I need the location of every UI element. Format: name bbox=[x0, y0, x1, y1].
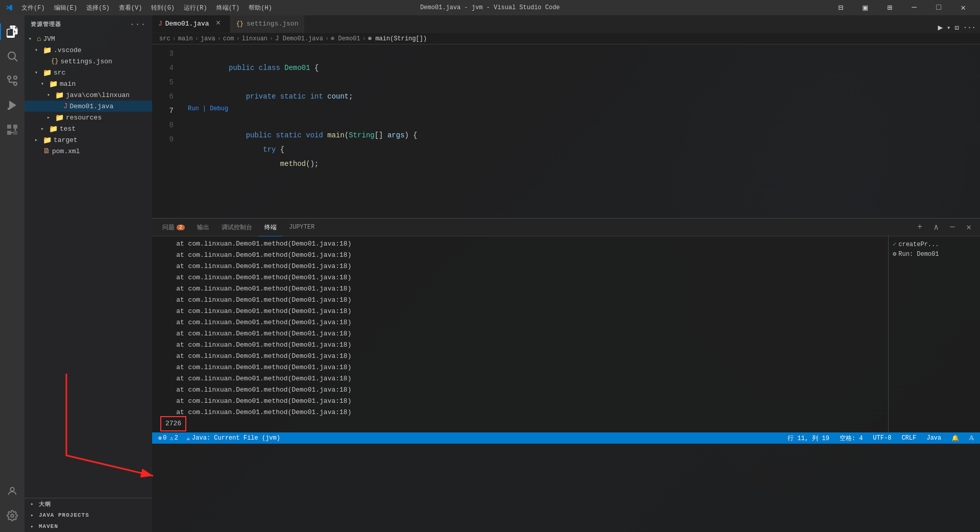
status-java-current[interactable]: ☕ Java: Current File (jvm) bbox=[184, 432, 282, 444]
svg-point-16 bbox=[11, 514, 14, 517]
code-content[interactable]: public class Demo01 { private static int… bbox=[178, 44, 980, 218]
close-button[interactable]: ✕ bbox=[951, 0, 975, 15]
panel-add-button[interactable]: + bbox=[913, 220, 927, 234]
arrow-vscode: ▾ bbox=[35, 47, 43, 53]
more-actions-button[interactable]: ··· bbox=[963, 23, 976, 32]
status-spaces[interactable]: 空格: 4 bbox=[838, 432, 865, 444]
tree-label-resources: resources bbox=[66, 114, 102, 122]
title-bar-left: 文件(F) 编辑(E) 选择(S) 查看(V) 转到(G) 运行(R) 终端(T… bbox=[5, 3, 276, 13]
panel-tab-jupyter[interactable]: JUPYTER bbox=[283, 219, 321, 236]
source-control-icon[interactable] bbox=[0, 68, 24, 93]
status-notifications[interactable]: 🔔 bbox=[949, 432, 961, 444]
tree-item-vscode[interactable]: ▾ 📁 .vscode bbox=[24, 44, 152, 56]
panel-body: at com.linxuan.Demo01.method(Demo01.java… bbox=[152, 236, 980, 432]
panel-minimize-button[interactable]: ─ bbox=[945, 220, 960, 234]
sidebar: 资源管理器 ··· ▾ ⌂ JVM ▾ 📁 .vscode ▸ {} setti… bbox=[24, 15, 152, 532]
minimize-button[interactable]: ─ bbox=[902, 0, 926, 15]
title-bar: 文件(F) 编辑(E) 选择(S) 查看(V) 转到(G) 运行(R) 终端(T… bbox=[0, 0, 980, 15]
split-icon[interactable]: ⊞ bbox=[878, 0, 901, 15]
status-language[interactable]: Java bbox=[924, 432, 943, 444]
status-eol[interactable]: CRLF bbox=[899, 432, 918, 444]
extensions-icon[interactable] bbox=[0, 117, 24, 142]
sidebar-section-maven[interactable]: ▸ MAVEN bbox=[24, 521, 152, 532]
title-bar-menus[interactable]: 文件(F) 编辑(E) 选择(S) 查看(V) 转到(G) 运行(R) 终端(T… bbox=[17, 3, 276, 13]
layout-icon[interactable]: ⊟ bbox=[829, 0, 852, 15]
tree-label-demo01: Demo01.java bbox=[69, 103, 113, 110]
tab-settings[interactable]: {} settings.json bbox=[230, 15, 305, 33]
tree-label-pom: pom.xml bbox=[52, 148, 80, 155]
panel-up-button[interactable]: ∧ bbox=[929, 220, 943, 234]
tree-item-jvm[interactable]: ▾ ⌂ JVM bbox=[24, 33, 152, 44]
breadcrumb-com[interactable]: com bbox=[223, 35, 234, 42]
tree-item-demo01[interactable]: ▸ J Demo01.java bbox=[24, 101, 152, 112]
breadcrumb-demo01-class[interactable]: ⊕ Demo01 bbox=[331, 35, 360, 42]
svg-point-2 bbox=[8, 76, 11, 79]
line-numbers: 3 4 5 6 7 8 9 bbox=[152, 44, 178, 218]
svg-line-1 bbox=[15, 59, 18, 62]
terminal-line-12: at com.linxuan.Demo01.method(Demo01.java… bbox=[160, 362, 880, 373]
run-debug-hint[interactable]: Run | Debug bbox=[188, 102, 228, 116]
breadcrumb-main[interactable]: main bbox=[178, 35, 193, 42]
search-icon[interactable] bbox=[0, 44, 24, 68]
accounts-icon[interactable] bbox=[0, 479, 24, 503]
run-panel-run-demo01[interactable]: ⚙ Run: Demo01 bbox=[893, 250, 976, 258]
menu-file[interactable]: 文件(F) bbox=[17, 3, 49, 13]
run-button-top[interactable]: ▶ bbox=[938, 22, 943, 33]
tree-item-target[interactable]: ▸ 📁 target bbox=[24, 134, 152, 146]
menu-select[interactable]: 选择(S) bbox=[82, 3, 114, 13]
panel-tab-output-label: 输出 bbox=[197, 223, 209, 232]
tree-item-settings[interactable]: ▸ {} settings.json bbox=[24, 56, 152, 67]
menu-help[interactable]: 帮助(H) bbox=[244, 3, 276, 13]
activity-bottom bbox=[0, 479, 24, 528]
tree-item-java-com[interactable]: ▾ 📁 java\com\linxuan bbox=[24, 89, 152, 101]
panel-tab-terminal[interactable]: 终端 bbox=[258, 219, 283, 236]
panel-tab-output[interactable]: 输出 bbox=[191, 219, 215, 236]
tree-item-src[interactable]: ▾ 📁 src bbox=[24, 67, 152, 78]
tab-close-demo01[interactable]: × bbox=[213, 18, 224, 29]
tree-item-test[interactable]: ▸ 📁 test bbox=[24, 123, 152, 134]
status-errors[interactable]: ⊗ 0 ⚠ 2 bbox=[156, 432, 180, 444]
window-controls: ⊟ ▣ ⊞ ─ □ ✕ bbox=[829, 0, 975, 15]
arrow-jvm: ▾ bbox=[29, 36, 37, 42]
panel-tab-problems[interactable]: 问题 2 bbox=[156, 219, 191, 236]
panel-close-button[interactable]: ✕ bbox=[962, 220, 976, 234]
sidebar-section-maven-label: MAVEN bbox=[39, 523, 58, 529]
menu-view[interactable]: 查看(V) bbox=[115, 3, 146, 13]
menu-edit[interactable]: 编辑(E) bbox=[50, 3, 82, 13]
run-dropdown[interactable]: ▾ bbox=[947, 24, 950, 32]
panel-tab-debug-label: 调试控制台 bbox=[222, 223, 252, 232]
split-editor-button[interactable]: ⊡ bbox=[954, 23, 959, 32]
tree-label-java-com: java\com\linxuan bbox=[66, 91, 130, 99]
status-encoding[interactable]: UTF-8 bbox=[871, 432, 893, 444]
settings-gear-icon[interactable] bbox=[0, 503, 24, 528]
run-debug-icon[interactable] bbox=[0, 93, 24, 117]
menu-terminal[interactable]: 终端(T) bbox=[212, 3, 244, 13]
panel-icon[interactable]: ▣ bbox=[853, 0, 877, 15]
breadcrumb-src[interactable]: src bbox=[159, 35, 170, 42]
tree-item-main[interactable]: ▾ 📁 main bbox=[24, 78, 152, 89]
explorer-icon[interactable] bbox=[0, 19, 24, 44]
sidebar-more-icon[interactable]: ··· bbox=[130, 20, 146, 29]
breadcrumb-demo01-file[interactable]: J Demo01.java bbox=[275, 35, 323, 42]
tab-settings-label: settings.json bbox=[247, 20, 298, 28]
menu-run[interactable]: 运行(R) bbox=[180, 3, 211, 13]
tree-item-resources[interactable]: ▸ 📁 resources bbox=[24, 112, 152, 123]
sidebar-section-outline[interactable]: ▸ 大纲 bbox=[24, 498, 152, 510]
terminal-content[interactable]: at com.linxuan.Demo01.method(Demo01.java… bbox=[152, 236, 888, 432]
status-remote[interactable]: 𝔸 bbox=[967, 432, 976, 444]
terminal-line-3: at com.linxuan.Demo01.method(Demo01.java… bbox=[160, 261, 880, 272]
tab-demo01[interactable]: J Demo01.java × bbox=[152, 15, 230, 33]
svg-point-4 bbox=[14, 76, 17, 79]
breadcrumb-java[interactable]: java bbox=[201, 35, 215, 42]
status-line-col[interactable]: 行 11, 列 19 bbox=[786, 432, 831, 444]
code-editor: 3 4 5 6 7 8 9 public class Demo01 { priv… bbox=[152, 44, 980, 218]
tab-bar: J Demo01.java × {} settings.json ▶ ▾ ⊡ ·… bbox=[152, 15, 980, 33]
tree-item-pom[interactable]: ▸ 🗎 pom.xml bbox=[24, 146, 152, 157]
status-right: 行 11, 列 19 空格: 4 UTF-8 CRLF Java 🔔 bbox=[786, 432, 976, 444]
run-panel-create[interactable]: ✓ createPr... bbox=[893, 240, 976, 248]
menu-goto[interactable]: 转到(G) bbox=[147, 3, 179, 13]
breadcrumb-linxuan[interactable]: linxuan bbox=[242, 35, 267, 42]
panel-tab-debug-console[interactable]: 调试控制台 bbox=[215, 219, 258, 236]
sidebar-section-java-projects[interactable]: ▸ JAVA PROJECTS bbox=[24, 510, 152, 521]
maximize-button[interactable]: □ bbox=[927, 0, 950, 15]
